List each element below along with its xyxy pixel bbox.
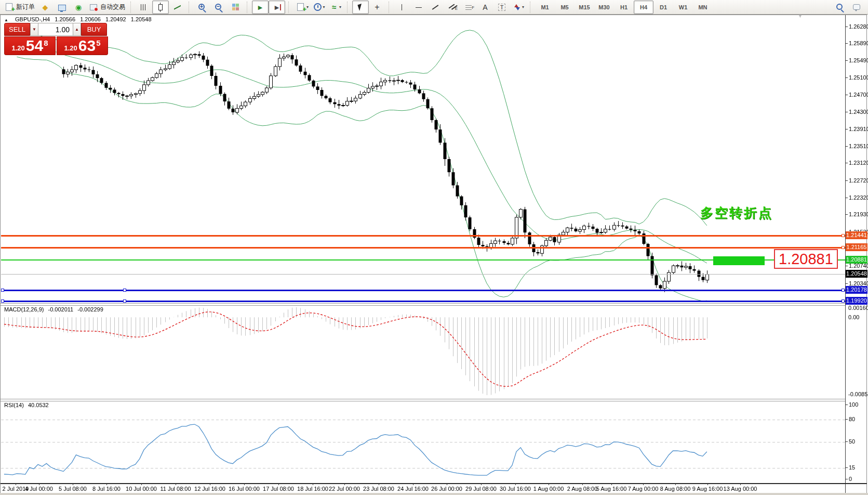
- highlight-rectangle[interactable]: [713, 256, 765, 265]
- price-tick-label: 1.22320: [849, 194, 868, 201]
- rsi-value: 40.0532: [28, 402, 49, 408]
- rsi-tick: [845, 405, 848, 405]
- price-tick-label: 1.25100: [849, 74, 868, 81]
- support-line-1-handle[interactable]: [123, 289, 126, 292]
- time-axis-tick: [643, 483, 644, 485]
- rsi-scale-label: 50: [849, 438, 855, 445]
- resistance-line-1-handle[interactable]: [842, 234, 845, 237]
- macd-scale-zero: 0.00: [848, 314, 859, 320]
- price-tick-label: 1.23910: [849, 126, 868, 132]
- macd-scale-min: -0.008522: [848, 391, 868, 397]
- macd-scale-max: 0.001607: [848, 305, 868, 311]
- bid-price-line[interactable]: [1, 274, 845, 275]
- volume-decrease-button[interactable]: ▼: [30, 23, 38, 36]
- time-axis-label: 23 Jul 08:00: [363, 486, 394, 492]
- price-marker-120881: 1.20881: [846, 256, 867, 264]
- time-axis-tick: [707, 483, 708, 485]
- ohlc-close: 1.20548: [131, 16, 152, 22]
- time-axis-label: 8 Aug 08:00: [660, 486, 691, 492]
- rsi-scale-label: 15: [849, 464, 855, 471]
- macd-title: MACD(12,26,9): [4, 306, 44, 312]
- time-axis-tick: [582, 483, 583, 485]
- price-tick: [845, 180, 848, 181]
- panel-toggle-icon[interactable]: [4, 16, 10, 22]
- time-axis-tick: [39, 483, 39, 485]
- support-line-2-handle[interactable]: [842, 299, 845, 303]
- rsi-tick: [845, 441, 848, 442]
- price-tick: [845, 27, 848, 27]
- ohlc-high: 1.20606: [80, 16, 101, 22]
- ohlc-low: 1.20492: [105, 16, 126, 22]
- time-axis-tick: [740, 483, 741, 485]
- scroll-anchor-icon: ▼: [798, 14, 803, 19]
- price-tick: [845, 198, 848, 198]
- time-axis-label: 24 Jul 16:00: [397, 486, 429, 492]
- time-axis-label: 7 Aug 00:00: [628, 486, 659, 492]
- price-tick: [845, 283, 848, 284]
- symbol-header: GBPUSD-,H4 1.20566 1.20606 1.20492 1.205…: [4, 16, 155, 22]
- price-tick: [845, 95, 848, 95]
- price-tick: [845, 214, 848, 215]
- resistance-line-2-handle[interactable]: [842, 246, 845, 249]
- rsi-tick: [845, 467, 848, 468]
- buy-price-prefix: 1.20: [64, 44, 77, 52]
- time-axis-label: 2 Aug 08:00: [567, 486, 598, 492]
- price-axis-line: [845, 15, 846, 493]
- time-axis-label: 8 Jul 16:00: [92, 486, 121, 492]
- buy-price-sup: 5: [96, 38, 100, 47]
- volume-input[interactable]: [38, 23, 73, 36]
- time-axis-label: 9 Aug 16:00: [692, 486, 723, 492]
- price-tick: [845, 163, 848, 163]
- support-line-2-handle[interactable]: [123, 299, 126, 303]
- chart-annotation-text: 多空转折点: [700, 204, 773, 222]
- rsi-scale-label: 100: [849, 401, 858, 408]
- time-axis-line: [1, 483, 867, 484]
- support-line-2-handle[interactable]: [1, 299, 4, 303]
- sell-price-prefix: 1.20: [11, 44, 24, 52]
- resistance-line-2[interactable]: [1, 247, 845, 249]
- rsi-scale-label: 0: [849, 476, 852, 482]
- sell-price-big: 54: [26, 38, 43, 54]
- price-tick: [845, 77, 848, 78]
- time-axis-label: 22 Jul 00:00: [329, 486, 360, 492]
- rsi-title: RSI(14): [4, 402, 24, 408]
- support-line-1-handle[interactable]: [1, 289, 4, 292]
- price-tick: [845, 112, 848, 112]
- price-marker-120178: 1.20178: [846, 286, 867, 294]
- price-tick: [845, 146, 848, 147]
- rsi-header: RSI(14) 40.0532: [4, 402, 51, 408]
- sell-price-box[interactable]: 1.20 54 8: [4, 36, 56, 55]
- price-marker-120548: 1.20548: [846, 270, 867, 278]
- price-tick: [845, 43, 848, 44]
- time-axis-label: 16 Jul 00:00: [229, 486, 260, 492]
- rsi-scale-label: 80: [849, 416, 855, 422]
- time-axis-tick: [675, 483, 676, 485]
- support-line-1[interactable]: [1, 290, 845, 291]
- buy-price-box[interactable]: 1.20 63 5: [57, 36, 108, 55]
- sell-button[interactable]: SELL: [4, 23, 30, 36]
- price-marker-119920: 1.19920: [846, 297, 867, 305]
- time-axis-tick: [16, 483, 16, 485]
- buy-button[interactable]: BUY: [81, 23, 107, 36]
- time-axis-label: 10 Jul 00:00: [126, 486, 157, 492]
- resistance-line-1[interactable]: [1, 235, 845, 237]
- price-tag-label[interactable]: 1.20881: [774, 249, 838, 269]
- macd-value-1: -0.002011: [48, 306, 73, 312]
- price-tick-label: 1.26280: [849, 23, 868, 30]
- support-line-2[interactable]: [1, 301, 845, 302]
- sell-price-sup: 8: [44, 38, 48, 47]
- time-axis-tick: [344, 483, 345, 485]
- price-tick: [845, 129, 848, 129]
- time-axis-label: 4 Jul 00:00: [25, 486, 53, 492]
- price-tick-label: 1.22720: [849, 177, 868, 184]
- time-axis-label: 18 Jul 16:00: [297, 486, 328, 492]
- time-axis-label: 11 Jul 08:00: [160, 486, 191, 492]
- time-axis-tick: [481, 483, 482, 485]
- rsi-panel-separator[interactable]: [1, 399, 845, 401]
- volume-increase-button[interactable]: ▲: [73, 23, 81, 36]
- time-axis-tick: [278, 483, 279, 485]
- price-tick: [845, 266, 848, 266]
- macd-panel-separator[interactable]: [1, 303, 845, 306]
- price-tick-label: 1.21930: [849, 211, 868, 217]
- support-line-1-handle[interactable]: [842, 289, 845, 292]
